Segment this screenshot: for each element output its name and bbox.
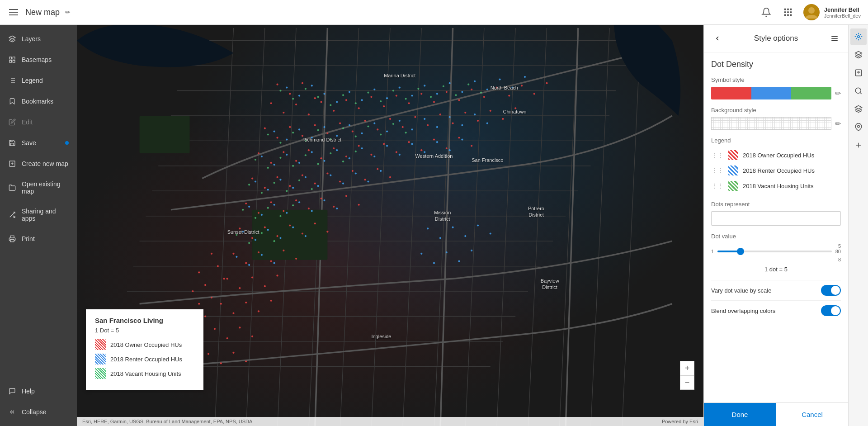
svg-rect-14 <box>13 60 15 62</box>
dots-represent-label: Dots represent <box>711 201 841 208</box>
zoom-out-button[interactable]: − <box>680 375 694 390</box>
svg-line-54 <box>591 28 610 426</box>
svg-line-53 <box>559 28 578 426</box>
sidebar-item-bookmarks[interactable]: Bookmarks <box>0 91 77 112</box>
svg-rect-4 <box>787 11 789 13</box>
svg-line-52 <box>528 28 547 426</box>
legend-dot-red <box>95 339 106 350</box>
svg-rect-5 <box>790 11 792 13</box>
zoom-in-button[interactable]: + <box>680 361 694 375</box>
legend-drag-owner[interactable]: ⋮⋮ <box>711 151 724 159</box>
panel-menu-button[interactable] <box>828 32 841 45</box>
dot-value-label: Dot value <box>711 233 841 240</box>
panel-footer: Done Cancel <box>704 402 848 426</box>
legend-text-renter: 2018 Renter Occupied HUs <box>743 167 815 174</box>
map-area[interactable]: Marina District North Beach Chinatown Ri… <box>77 25 703 426</box>
dots-represent-section: Dots represent <box>711 201 841 226</box>
basemaps-icon <box>8 56 16 64</box>
sidebar-label-open-existing-map: Open existing map <box>22 180 69 195</box>
topbar: New map ✏ <box>0 0 868 25</box>
dots-represent-input[interactable] <box>711 211 841 226</box>
legend-drag-vacant[interactable]: ⋮⋮ <box>711 182 724 189</box>
collapse-icon <box>8 408 16 416</box>
legend-icon <box>8 76 16 85</box>
background-style-bar: ✏ <box>711 117 841 130</box>
bookmarks-icon <box>8 97 16 105</box>
sidebar-item-collapse[interactable]: Collapse <box>0 402 77 422</box>
svg-rect-3 <box>784 11 786 13</box>
sidebar-item-save[interactable]: Save <box>0 133 77 153</box>
legend-icon-vacant <box>728 181 738 191</box>
map-zoom-controls: + − <box>680 361 694 390</box>
symbol-style-label: Symbol style <box>711 76 841 83</box>
slider-left-value: 1 <box>711 249 714 254</box>
sidebar: Layers Basemaps Legend <box>0 25 77 426</box>
avatar[interactable] <box>803 4 820 20</box>
sidebar-item-layers[interactable]: Layers <box>0 28 77 49</box>
sidebar-item-help[interactable]: Help <box>0 381 77 402</box>
app-title: New map <box>25 8 60 17</box>
dot-density-title: Dot Density <box>711 60 841 69</box>
user-name: Jennifer Bell <box>824 6 861 13</box>
slider-thumb[interactable] <box>737 248 744 255</box>
right-icon-layers[interactable] <box>850 47 867 63</box>
sidebar-label-collapse: Collapse <box>22 408 46 416</box>
sidebar-item-sharing-and-apps[interactable]: Sharing and apps <box>0 201 77 228</box>
symbol-colors <box>711 87 831 99</box>
user-text: Jennifer Bell JenniferBell_dev <box>824 6 861 19</box>
apps-grid-icon[interactable] <box>782 6 794 19</box>
legend-row-owner: ⋮⋮ 2018 Owner Occupied HUs <box>711 147 841 163</box>
svg-point-346 <box>857 125 859 128</box>
right-icon-style[interactable] <box>850 28 867 45</box>
blend-toggle[interactable] <box>821 305 841 316</box>
sidebar-label-sharing-and-apps: Sharing and apps <box>22 208 69 222</box>
menu-button[interactable] <box>7 7 20 17</box>
vary-dot-toggle[interactable] <box>821 285 841 296</box>
svg-marker-339 <box>855 52 862 55</box>
dot-value-display: 1 dot = 5 <box>711 266 841 273</box>
sidebar-item-create-new-map[interactable]: Create new map <box>0 153 77 174</box>
legend-dot-green <box>95 368 106 379</box>
legend-dot-blue <box>95 354 106 364</box>
attribution-right: Powered by Esri <box>662 419 698 424</box>
sidebar-label-layers: Layers <box>22 35 41 43</box>
legend-popup-subtitle: 1 Dot = 5 <box>95 327 194 334</box>
legend-text-owner: 2018 Owner Occupied HUs <box>743 152 814 159</box>
svg-point-344 <box>855 88 861 93</box>
background-style-edit-button[interactable]: ✏ <box>835 119 841 128</box>
blend-toggle-row: Blend overlapping colors <box>711 300 841 321</box>
legend-section-label: Legend <box>711 137 841 144</box>
legend-drag-renter[interactable]: ⋮⋮ <box>711 167 724 174</box>
notifications-icon[interactable] <box>760 6 773 19</box>
legend-item-owner: 2018 Owner Occupied HUs <box>95 339 194 350</box>
edit-title-icon[interactable]: ✏ <box>65 9 71 16</box>
sidebar-item-basemaps[interactable]: Basemaps <box>0 49 77 70</box>
legend-icon-owner <box>728 150 738 160</box>
background-preview <box>711 117 831 130</box>
sidebar-item-edit[interactable]: Edit <box>0 112 77 133</box>
style-options-panel: Style options Dot Density Symbol style <box>703 25 848 426</box>
vary-dot-label: Vary dot value by scale <box>711 287 771 294</box>
right-icon-filter[interactable] <box>850 65 867 81</box>
done-button[interactable]: Done <box>704 403 776 426</box>
map-legend-popup: San Francisco Living 1 Dot = 5 2018 Owne… <box>86 309 203 390</box>
panel-header: Style options <box>704 25 848 52</box>
sidebar-item-legend[interactable]: Legend <box>0 70 77 91</box>
blend-label: Blend overlapping colors <box>711 308 775 314</box>
symbol-style-edit-button[interactable]: ✏ <box>835 89 841 98</box>
right-icon-add[interactable] <box>850 137 867 153</box>
sidebar-label-bookmarks: Bookmarks <box>22 98 53 105</box>
panel-back-button[interactable] <box>711 32 724 45</box>
right-icon-location[interactable] <box>850 119 867 135</box>
sidebar-item-print[interactable]: Print <box>0 228 77 249</box>
sidebar-label-create-new-map: Create new map <box>22 160 68 167</box>
sidebar-item-open-existing-map[interactable]: Open existing map <box>0 174 77 201</box>
cancel-button[interactable]: Cancel <box>776 403 848 426</box>
dot-value-section: Dot value 5 1 80 8 1 <box>711 233 841 273</box>
right-icon-effects[interactable] <box>850 101 867 117</box>
right-icon-search[interactable] <box>850 83 867 99</box>
svg-point-338 <box>857 36 859 38</box>
svg-rect-12 <box>9 57 12 59</box>
svg-rect-27 <box>10 239 14 241</box>
dot-value-slider[interactable] <box>717 251 832 252</box>
